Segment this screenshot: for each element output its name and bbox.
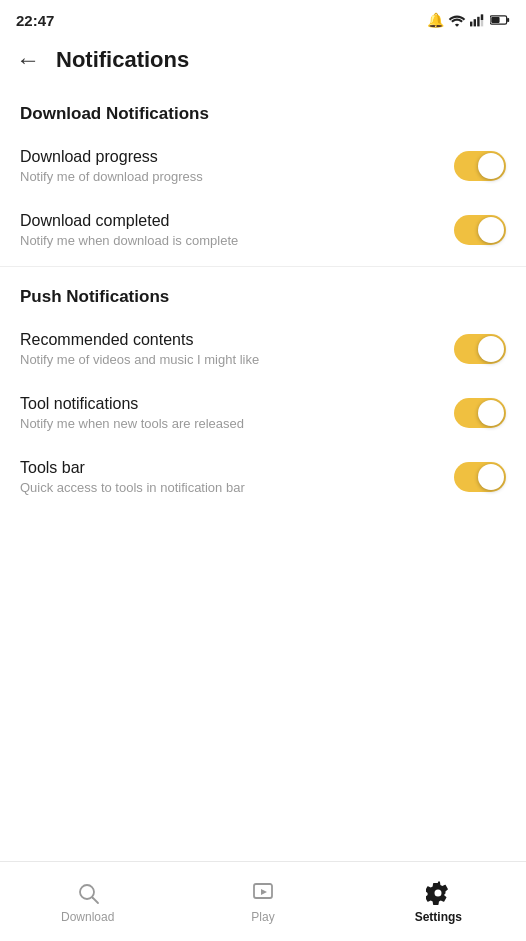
toggle-recommended[interactable] (454, 334, 506, 364)
setting-row-download-progress: Download progress Notify me of download … (0, 134, 526, 198)
section-title-download: Download Notifications (0, 88, 526, 134)
setting-desc-tools-bar: Quick access to tools in notification ba… (20, 480, 454, 495)
nav-item-play[interactable]: Play (175, 880, 350, 924)
svg-rect-0 (470, 22, 472, 27)
setting-label-recommended: Recommended contents (20, 331, 454, 349)
setting-label-tools-bar: Tools bar (20, 459, 454, 477)
back-button[interactable]: ← (16, 46, 40, 74)
nav-label-settings: Settings (415, 910, 462, 924)
setting-desc-recommended: Notify me of videos and music I might li… (20, 352, 454, 367)
setting-desc-tool-notifications: Notify me when new tools are released (20, 416, 454, 431)
svg-marker-11 (261, 889, 267, 895)
play-nav-icon (250, 880, 276, 906)
toggle-download-progress[interactable] (454, 151, 506, 181)
toggle-download-completed[interactable] (454, 215, 506, 245)
setting-row-download-completed: Download completed Notify me when downlo… (0, 198, 526, 262)
svg-rect-7 (491, 17, 499, 23)
nav-label-download: Download (61, 910, 114, 924)
svg-rect-2 (477, 17, 479, 27)
wifi-icon (448, 13, 466, 27)
download-notifications-section: Download Notifications Download progress… (0, 88, 526, 262)
section-title-push: Push Notifications (0, 271, 526, 317)
setting-row-tool-notifications: Tool notifications Notify me when new to… (0, 381, 526, 445)
svg-rect-1 (474, 19, 476, 26)
setting-desc-download-completed: Notify me when download is complete (20, 233, 454, 248)
toggle-tool-notifications[interactable] (454, 398, 506, 428)
nav-label-play: Play (251, 910, 274, 924)
toggle-thumb-recommended (478, 336, 504, 362)
svg-rect-6 (507, 18, 509, 22)
setting-label-download-completed: Download completed (20, 212, 454, 230)
download-nav-icon (75, 880, 101, 906)
setting-row-tools-bar: Tools bar Quick access to tools in notif… (0, 445, 526, 509)
setting-row-recommended: Recommended contents Notify me of videos… (0, 317, 526, 381)
settings-nav-icon (425, 880, 451, 906)
svg-rect-4 (481, 14, 483, 20)
signal-icon (470, 13, 486, 27)
svg-line-9 (92, 897, 98, 903)
setting-label-download-progress: Download progress (20, 148, 454, 166)
toggle-thumb-download-completed (478, 217, 504, 243)
notification-icon: 🔔 (427, 12, 444, 28)
status-time: 22:47 (16, 12, 54, 29)
toggle-tools-bar[interactable] (454, 462, 506, 492)
toggle-thumb-tools-bar (478, 464, 504, 490)
toggle-thumb-download-progress (478, 153, 504, 179)
nav-item-settings[interactable]: Settings (351, 880, 526, 924)
bottom-nav: Download Play Settings (0, 861, 526, 941)
page-title: Notifications (56, 47, 189, 73)
toggle-thumb-tool-notifications (478, 400, 504, 426)
push-notifications-section: Push Notifications Recommended contents … (0, 271, 526, 509)
setting-desc-download-progress: Notify me of download progress (20, 169, 454, 184)
section-divider (0, 266, 526, 267)
settings-content: Download Notifications Download progress… (0, 88, 526, 857)
page-header: ← Notifications (0, 36, 526, 88)
setting-label-tool-notifications: Tool notifications (20, 395, 454, 413)
battery-icon (490, 14, 510, 26)
status-bar: 22:47 🔔 (0, 0, 526, 36)
nav-item-download[interactable]: Download (0, 880, 175, 924)
status-icons: 🔔 (427, 12, 510, 28)
